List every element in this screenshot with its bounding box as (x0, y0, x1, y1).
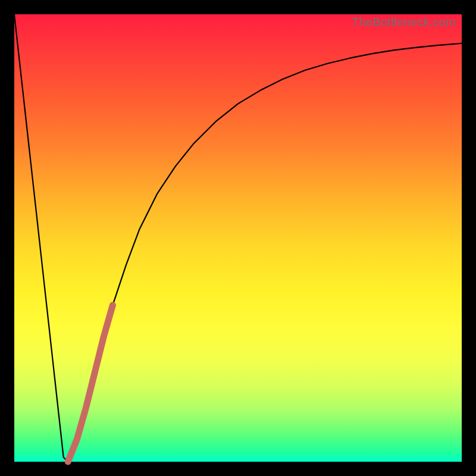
gradient-plot-area: TheBottleneck.com (14, 14, 462, 462)
bottleneck-curve-path (14, 14, 462, 462)
highlight-segment-path (68, 305, 112, 462)
chart-svg (14, 14, 462, 462)
outer-frame: TheBottleneck.com (0, 0, 476, 476)
